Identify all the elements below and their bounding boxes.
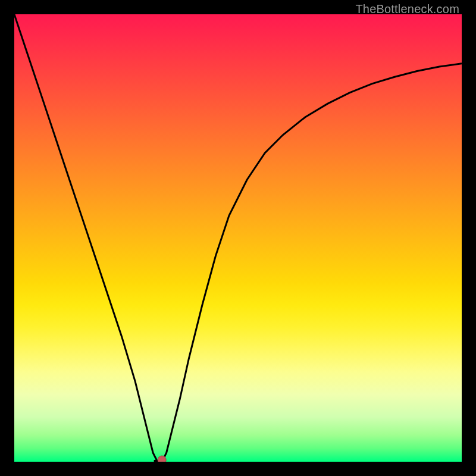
attribution-text: TheBottleneck.com bbox=[355, 2, 459, 16]
curve-svg bbox=[14, 14, 462, 462]
chart-container: TheBottleneck.com bbox=[0, 0, 476, 476]
optimal-marker-dot bbox=[158, 456, 166, 462]
bottleneck-curve bbox=[14, 14, 462, 462]
plot-area bbox=[14, 14, 462, 462]
